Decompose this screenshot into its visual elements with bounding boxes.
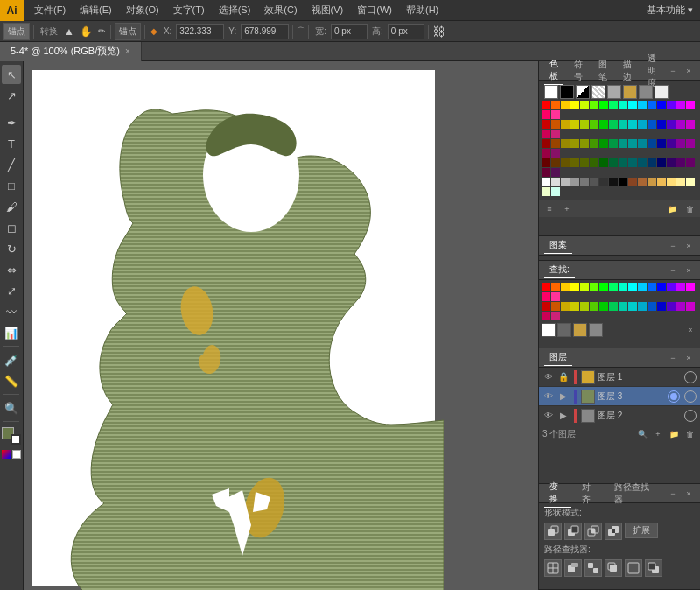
color-swatch-item[interactable] (561, 120, 570, 129)
document-tab[interactable]: 5-4* @ 100% (RGB/预览) × (0, 42, 142, 61)
color-swatch-item[interactable] (619, 178, 627, 186)
color-swatch-item[interactable] (551, 292, 560, 301)
color-swatch-item[interactable] (551, 158, 560, 167)
swatch-light[interactable] (654, 85, 668, 99)
color-swatch-item[interactable] (542, 168, 550, 177)
tab-transform[interactable]: 变换 (544, 479, 571, 508)
color-swatch-item[interactable] (542, 292, 550, 301)
tool-mirror[interactable]: ⇔ (2, 260, 21, 279)
color-swatch-item[interactable] (657, 158, 666, 167)
color-swatch-item[interactable] (609, 158, 618, 167)
color-swatch-item[interactable] (551, 178, 560, 186)
menu-help[interactable]: 帮助(H) (399, 2, 445, 18)
color-swatch-item[interactable] (551, 187, 560, 196)
swatch-white[interactable] (544, 85, 558, 99)
layer-eye-2[interactable]: 👁 (542, 410, 555, 422)
color-swatch-item[interactable] (542, 187, 550, 196)
color-swatch-item[interactable] (570, 139, 579, 148)
tab-stroke[interactable]: 描边 (618, 57, 637, 85)
color-swatch-item[interactable] (619, 302, 627, 311)
color-swatch-item[interactable] (551, 130, 560, 138)
toolbar-w-input[interactable] (331, 24, 368, 39)
tool-line[interactable]: ╱ (2, 155, 21, 174)
pf-crop-btn[interactable] (605, 559, 622, 577)
color-swatch-item[interactable] (570, 120, 579, 129)
layer-lock-2[interactable]: ▶ (557, 410, 570, 422)
color-swatch-item[interactable] (667, 178, 676, 186)
color-swatch-item[interactable] (542, 283, 550, 291)
color-swatch-item[interactable] (561, 158, 570, 167)
menu-select[interactable]: 选择(S) (212, 2, 258, 18)
tool-eraser[interactable]: ◻ (2, 218, 21, 237)
tool-direct-select[interactable]: ↗ (2, 86, 21, 105)
color-swatch-item[interactable] (619, 101, 627, 109)
color-swatch-item[interactable] (648, 283, 656, 291)
color-swatch-item[interactable] (676, 302, 685, 311)
color-swatch-item[interactable] (580, 178, 589, 186)
swatch-none[interactable] (576, 85, 590, 99)
layers-delete-btn[interactable]: 🗑 (682, 427, 696, 441)
swatch-pattern[interactable] (592, 85, 606, 99)
color-swatch-item[interactable] (599, 120, 608, 129)
transform-minimize-btn[interactable]: − (667, 488, 679, 500)
menu-edit[interactable]: 编辑(E) (73, 2, 119, 18)
color-swatch-item[interactable] (667, 139, 676, 148)
color-swatch-item[interactable] (648, 158, 656, 167)
color-swatch-item[interactable] (551, 101, 560, 109)
pf-minus-back-btn[interactable] (645, 559, 662, 577)
color-swatch-item[interactable] (686, 101, 695, 109)
layers-close-btn[interactable]: × (682, 352, 695, 364)
color-swatch-item[interactable] (599, 139, 608, 148)
tool-eyedropper[interactable]: 💉 (2, 350, 21, 369)
color-swatch-item[interactable] (638, 139, 647, 148)
color-swatch-item[interactable] (551, 110, 560, 119)
panel-close-btn[interactable]: × (682, 65, 695, 77)
layers-add-btn[interactable]: + (651, 427, 665, 441)
tool-scale[interactable]: ⤢ (2, 281, 21, 300)
pf-minus-front-btn[interactable] (564, 523, 582, 540)
tool-type[interactable]: T (2, 134, 21, 153)
tab-close-button[interactable]: × (125, 46, 130, 56)
tab-brushes[interactable]: 图笔 (593, 57, 612, 85)
menu-file[interactable]: 文件(F) (27, 2, 73, 18)
color-swatch-item[interactable] (638, 178, 647, 186)
color-swatch-item[interactable] (628, 120, 637, 129)
swatch-mid[interactable] (639, 85, 653, 99)
color-swatch-item[interactable] (570, 283, 579, 291)
color-swatch-item[interactable] (561, 139, 570, 148)
color-swatch-item[interactable] (551, 120, 560, 129)
color-swatch-item[interactable] (657, 101, 666, 109)
tab-layers[interactable]: 图层 (544, 349, 572, 366)
find-swatch-gold[interactable] (573, 323, 587, 337)
layer-row-2[interactable]: 👁 ▶ 图层 2 (539, 406, 700, 425)
expand-btn[interactable]: 扩展 (625, 523, 658, 538)
color-swatch-item[interactable] (542, 178, 550, 186)
color-swatch-item[interactable] (590, 302, 598, 311)
color-swatch-item[interactable] (542, 101, 550, 109)
color-swatch-item[interactable] (580, 120, 589, 129)
color-swatch-item[interactable] (648, 302, 656, 311)
layers-folder-btn[interactable]: 📁 (667, 427, 681, 441)
color-swatch-item[interactable] (676, 101, 685, 109)
color-swatch-item[interactable] (561, 283, 570, 291)
color-mode-btn[interactable] (2, 450, 10, 459)
layer-vis-1[interactable] (684, 371, 696, 383)
color-swatch-item[interactable] (676, 158, 685, 167)
toolbar-y-input[interactable] (241, 24, 289, 39)
color-swatch-item[interactable] (599, 101, 608, 109)
color-swatch-item[interactable] (676, 283, 685, 291)
color-swatch-item[interactable] (686, 120, 695, 129)
color-swatch-item[interactable] (542, 158, 550, 167)
color-swatch-item[interactable] (570, 302, 579, 311)
find-minimize-btn[interactable]: − (667, 264, 679, 277)
tool-pen[interactable]: ✒ (2, 113, 21, 132)
color-swatch-item[interactable] (590, 158, 598, 167)
layer-vis-3b[interactable] (684, 390, 696, 403)
layer-lock-3[interactable]: ▶ (557, 390, 570, 403)
swatch-delete-btn[interactable]: 🗑 (682, 202, 696, 216)
layers-minimize-btn[interactable]: − (667, 352, 679, 364)
toolbar-x-input[interactable] (176, 24, 224, 39)
toolbar-anchor[interactable]: 锚点 (4, 23, 30, 40)
color-swatch-item[interactable] (599, 178, 608, 186)
color-swatch-item[interactable] (590, 283, 598, 291)
